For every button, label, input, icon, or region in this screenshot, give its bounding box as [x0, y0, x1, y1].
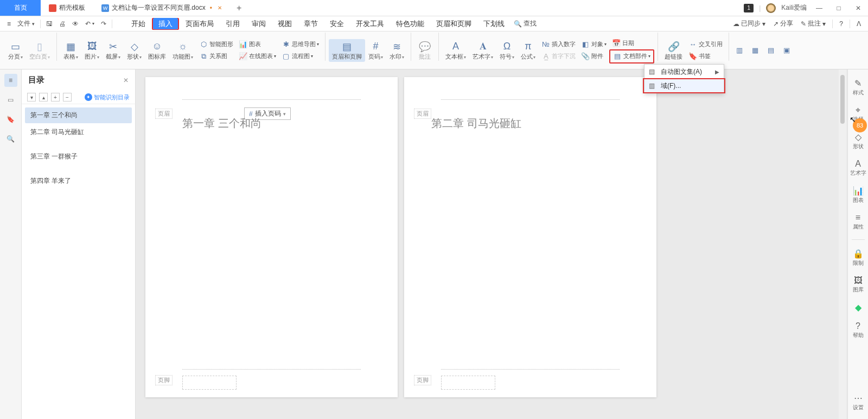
- toc-collapse-icon[interactable]: ▴: [39, 93, 48, 101]
- toc-close-icon[interactable]: ✕: [123, 77, 129, 84]
- tab-shell-templates[interactable]: 稻壳模板: [41, 0, 93, 16]
- footer-box[interactable]: [182, 376, 237, 390]
- header-zone-2[interactable]: [441, 96, 620, 100]
- toc-item-2[interactable]: 第二章 司马光砸缸: [25, 124, 132, 140]
- rs-shape[interactable]: ◇形状: [848, 130, 868, 153]
- scrollbar-thumb[interactable]: [840, 75, 845, 124]
- page-number-button[interactable]: #页码▾: [365, 39, 386, 62]
- notification-badge[interactable]: 1: [744, 4, 754, 12]
- page-thumb-icon[interactable]: ▭: [4, 93, 17, 106]
- header-zone[interactable]: [182, 96, 361, 100]
- maximize-button[interactable]: □: [832, 4, 846, 12]
- doc-parts-button[interactable]: ▤文档部件▾: [610, 50, 653, 62]
- save-icon[interactable]: 🖫: [43, 19, 55, 29]
- toc-item-4[interactable]: 第四章 羊来了: [25, 173, 132, 189]
- watermark-button[interactable]: ≋水印▾: [386, 39, 407, 62]
- share-button[interactable]: ↗分享: [770, 18, 796, 29]
- close-window-button[interactable]: ✕: [851, 4, 865, 12]
- toc-remove-icon[interactable]: −: [63, 93, 72, 101]
- window-split4-icon[interactable]: ▣: [780, 45, 795, 56]
- menu-headerfooter[interactable]: 页眉和页脚: [431, 17, 477, 30]
- feature-chart-button[interactable]: ☼功能图▾: [169, 39, 196, 62]
- print-icon[interactable]: 🖨: [56, 19, 68, 29]
- rs-gallery[interactable]: 🖼图库: [848, 274, 868, 296]
- find-button[interactable]: 🔍查找: [511, 18, 539, 29]
- shape-button[interactable]: ◇形状▾: [124, 39, 145, 62]
- page-break-button[interactable]: ▭分页▾: [5, 39, 26, 62]
- tab-close-icon[interactable]: ✕: [218, 5, 222, 11]
- cross-ref-button[interactable]: ↔交叉引用: [686, 39, 725, 50]
- blank-page-button[interactable]: ▯空白页▾: [26, 39, 53, 62]
- relation-chart-button[interactable]: ⧉关系图: [196, 50, 236, 62]
- dropdown-autotext[interactable]: ▤ 自动图文集(A) ▶: [644, 65, 724, 79]
- screenshot-button[interactable]: ✂截屏▾: [103, 39, 124, 62]
- flowchart-button[interactable]: ▢流程图▾: [279, 50, 322, 62]
- annotation-button[interactable]: 💬批注: [414, 39, 435, 62]
- menu-insert[interactable]: 插入: [153, 18, 178, 29]
- window-split2-icon[interactable]: ▦: [748, 45, 764, 56]
- footer-zone[interactable]: [182, 369, 361, 373]
- minimize-button[interactable]: —: [812, 4, 826, 12]
- date-button[interactable]: 📅日期: [609, 37, 654, 49]
- insert-number-button[interactable]: №插入数字: [539, 39, 578, 50]
- smart-graphic-button[interactable]: ⬡智能图形: [196, 39, 236, 50]
- page-2[interactable]: 页眉 第二章 司马光砸缸 页脚: [404, 77, 656, 397]
- symbol-button[interactable]: Ω符号▾: [496, 39, 518, 62]
- search-strip-icon[interactable]: 🔍: [4, 132, 17, 145]
- toc-item-1[interactable]: 第一章 三个和尚: [25, 107, 132, 123]
- menu-underline[interactable]: 下划线: [478, 17, 510, 30]
- menu-start[interactable]: 开始: [126, 17, 151, 30]
- online-chart-button[interactable]: 📈在线图表▾: [236, 50, 279, 62]
- tab-home[interactable]: 首页: [0, 0, 41, 16]
- collapse-ribbon-icon[interactable]: ᐱ: [854, 19, 864, 29]
- rs-help[interactable]: ?帮助: [848, 319, 868, 341]
- sync-button[interactable]: ☁已同步▾: [730, 18, 768, 29]
- object-button[interactable]: ◧对象▾: [578, 39, 609, 50]
- picture-button[interactable]: 🖼图片▾: [81, 39, 103, 62]
- table-button[interactable]: ▦表格▾: [60, 39, 81, 62]
- annotate-toggle[interactable]: ✎批注▾: [798, 18, 828, 29]
- menu-dev[interactable]: 开发工具: [350, 17, 390, 30]
- toc-expand-icon[interactable]: ▾: [27, 93, 36, 101]
- tab-document[interactable]: W 文档让每一章设置不同页眉.docx • ✕: [93, 0, 230, 16]
- file-menu[interactable]: 文件▾: [15, 18, 37, 29]
- wordart-button[interactable]: 𝐀艺术字▾: [469, 39, 496, 62]
- bookmark-button[interactable]: 🔖书签: [686, 50, 725, 62]
- toc-add-icon[interactable]: +: [51, 93, 60, 101]
- menu-view[interactable]: 视图: [272, 17, 297, 30]
- help-icon[interactable]: ?: [837, 19, 846, 29]
- chart-button[interactable]: 📊图表: [236, 39, 279, 50]
- iconlib-button[interactable]: ☺图标库: [145, 39, 169, 62]
- rs-limit[interactable]: 🔒限制: [848, 246, 868, 269]
- attachment-button[interactable]: 📎附件: [578, 50, 609, 62]
- rs-cloud[interactable]: ◆: [848, 300, 868, 315]
- footer-box-2[interactable]: [441, 376, 495, 390]
- mindmap-button[interactable]: ✱思维导图▾: [279, 39, 322, 50]
- window-split1-icon[interactable]: ▥: [732, 45, 748, 56]
- menu-chapter[interactable]: 章节: [298, 17, 323, 30]
- rs-wordart[interactable]: A艺术字: [848, 157, 868, 179]
- rs-style[interactable]: ✎样式: [848, 76, 868, 99]
- outline-icon[interactable]: ≡: [4, 74, 17, 87]
- app-menu-icon[interactable]: ≡: [4, 19, 14, 29]
- hyperlink-button[interactable]: 🔗超链接: [661, 39, 686, 62]
- menu-safe[interactable]: 安全: [324, 17, 349, 30]
- rs-chart[interactable]: 📊图表: [848, 183, 868, 206]
- page-1[interactable]: 页眉 # 插入页码 ▾ 第一章 三个和尚 页脚: [145, 77, 398, 397]
- dropdown-field[interactable]: ▥ 域(F)...: [644, 79, 724, 93]
- menu-layout[interactable]: 页面布局: [180, 17, 219, 30]
- undo-icon[interactable]: ↶▾: [82, 19, 97, 29]
- formula-button[interactable]: π公式▾: [518, 39, 539, 62]
- bookmark-strip-icon[interactable]: 🔖: [4, 113, 17, 126]
- menu-reference[interactable]: 引用: [220, 17, 245, 30]
- print-preview-icon[interactable]: 👁: [69, 19, 81, 29]
- user-avatar[interactable]: [766, 3, 776, 13]
- textbox-button[interactable]: A文本框▾: [442, 39, 469, 62]
- redo-icon[interactable]: ↷: [98, 19, 109, 29]
- header-footer-button[interactable]: ▤页眉和页脚: [329, 39, 365, 62]
- window-split3-icon[interactable]: ▤: [764, 45, 780, 56]
- toc-item-3[interactable]: 第三章 一群猴子: [25, 149, 132, 164]
- toc-smart-detect[interactable]: ✦智能识别目录: [85, 93, 130, 101]
- vertical-scrollbar[interactable]: [839, 69, 846, 419]
- menu-review[interactable]: 审阅: [246, 17, 271, 30]
